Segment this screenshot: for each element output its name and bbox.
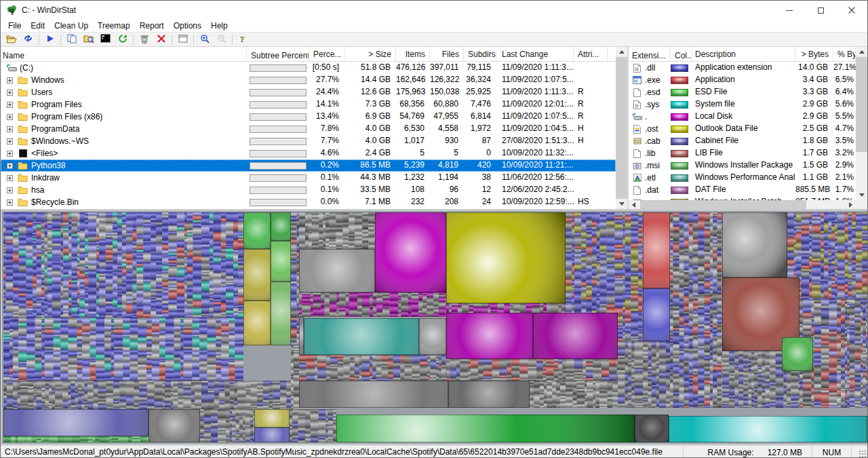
directory-vertical-scrollbar[interactable] xyxy=(616,47,627,209)
refresh-all-button[interactable] xyxy=(20,33,37,46)
ext-description: System file xyxy=(692,98,795,111)
scroll-up-icon[interactable] xyxy=(856,47,867,57)
column-header-items[interactable]: Items xyxy=(396,47,430,61)
dir-name-label: Users xyxy=(31,87,52,98)
ext-percent: 27.1% xyxy=(833,62,856,74)
scroll-right-icon[interactable] xyxy=(846,200,856,209)
scroll-thumb[interactable] xyxy=(616,57,627,199)
table-row[interactable]: Inkdraw0.1%44.3 MB1,2321,1943811/06/2020… xyxy=(1,172,616,184)
table-row[interactable]: hsa0.1%33.5 MB108961212/06/2020 2:45:2..… xyxy=(1,184,616,196)
menu-item-file[interactable]: File xyxy=(3,20,26,31)
resume-button[interactable] xyxy=(41,33,58,46)
help-button[interactable]: ? xyxy=(235,33,252,46)
menu-item-report[interactable]: Report xyxy=(135,20,169,31)
folder-icon xyxy=(17,137,28,145)
table-row[interactable]: .etlWindows Performance Anal...1.1 GB2.1… xyxy=(629,172,856,184)
table-row[interactable]: .exeApplication3.4 GB6.5% xyxy=(629,74,856,86)
table-row[interactable]: .dllApplication extension14.0 GB27.1% xyxy=(629,62,856,74)
table-row[interactable]: Users24.4%12.6 GB175,963150,03825,92511/… xyxy=(1,86,616,98)
column-header-attributes[interactable]: Attri... xyxy=(574,47,608,61)
column-header-files[interactable]: Files xyxy=(430,47,464,61)
menu-item-clean-up[interactable]: Clean Up xyxy=(50,20,93,31)
table-row[interactable]: Windows27.7%14.4 GB162,646126,32236,3241… xyxy=(1,74,616,86)
table-row[interactable]: Python380.2%86.5 MB5,2394,81942010/09/20… xyxy=(1,159,616,172)
expand-toggle-icon[interactable] xyxy=(7,175,13,181)
copy-button[interactable] xyxy=(63,33,80,46)
menu-item-treemap[interactable]: Treemap xyxy=(93,20,135,31)
scroll-thumb[interactable] xyxy=(640,200,806,209)
ext-percent: 6.5% xyxy=(833,74,856,86)
scroll-thumb[interactable] xyxy=(856,57,867,152)
column-header-last-change[interactable]: Last Change xyxy=(496,47,574,61)
scroll-down-icon[interactable] xyxy=(616,199,627,209)
column-header-size[interactable]: > Size xyxy=(344,47,396,61)
column-header-extension[interactable]: Extensi... xyxy=(629,47,671,61)
table-row[interactable]: Program Files14.1%7.3 GB68,35660,8807,47… xyxy=(1,98,616,111)
column-header-name[interactable]: Name xyxy=(1,47,247,61)
scroll-down-icon[interactable] xyxy=(856,190,867,200)
expand-toggle-icon[interactable] xyxy=(7,90,13,96)
dir-name-label: $Recycle.Bin xyxy=(31,197,79,208)
column-header-color[interactable]: Col... xyxy=(671,47,692,61)
ext-bytes: 1.7 GB xyxy=(795,147,833,159)
dir-subdirs: 87 xyxy=(464,135,496,147)
close-button[interactable] xyxy=(836,1,867,20)
table-row[interactable]: (C:)[0:50 s]51.8 GB476,126397,01179,1151… xyxy=(1,62,616,74)
table-row[interactable]: Program Files (x86)13.4%6.9 GB54,76947,9… xyxy=(1,111,616,123)
scroll-left-icon[interactable] xyxy=(629,200,639,209)
expand-toggle-icon[interactable] xyxy=(7,77,13,83)
table-row[interactable]: .libLIB File1.7 GB3.2% xyxy=(629,147,856,159)
column-header-description[interactable]: Description xyxy=(692,47,795,61)
resize-grip[interactable] xyxy=(851,446,867,458)
extension-vertical-scrollbar[interactable] xyxy=(856,47,867,200)
table-row[interactable]: .sysSystem file2.9 GB5.6% xyxy=(629,98,856,111)
column-header-percent-bytes[interactable]: % By.. xyxy=(833,47,856,61)
expand-toggle-icon[interactable] xyxy=(7,151,13,157)
dir-files: 397,011 xyxy=(430,62,464,74)
toolbar-separator xyxy=(133,35,134,45)
treemap[interactable] xyxy=(2,211,867,444)
expand-toggle-icon[interactable] xyxy=(7,199,13,206)
zoom-out-button[interactable] xyxy=(213,33,230,46)
table-row[interactable]: ProgramData7.8%4.0 GB6,5304,5581,97211/0… xyxy=(1,123,616,135)
table-row[interactable]: .msiWindows Installer Package1.5 GB2.9% xyxy=(629,159,856,172)
minimize-button[interactable] xyxy=(774,1,805,20)
table-row[interactable]: .Local Disk2.9 GB5.5% xyxy=(629,111,856,123)
open-button[interactable] xyxy=(3,33,20,46)
recycle-bin-button[interactable] xyxy=(136,33,153,46)
zoom-in-button[interactable] xyxy=(196,33,213,46)
expand-toggle-icon[interactable] xyxy=(7,114,13,120)
ext-label: .ost xyxy=(645,123,658,135)
delete-button[interactable] xyxy=(153,33,170,46)
table-row[interactable]: <Files>4.6%2.4 GB55010/09/2020 11:32:... xyxy=(1,147,616,159)
table-row[interactable]: .ostOutlook Data File2.5 GB4.7% xyxy=(629,123,856,135)
ext-label: .cab xyxy=(645,136,660,147)
new-view-button[interactable] xyxy=(174,33,191,46)
maximize-button[interactable] xyxy=(805,1,836,20)
menu-item-help[interactable]: Help xyxy=(206,20,233,31)
table-row[interactable]: $Recycle.Bin0.0%7.1 MB2322082410/09/2020… xyxy=(1,196,616,208)
ext-label: .esd xyxy=(645,87,660,98)
column-header-subdirs[interactable]: Subdirs xyxy=(464,47,496,61)
dir-size: 6.9 GB xyxy=(344,111,396,123)
command-prompt-button[interactable] xyxy=(97,33,114,46)
column-header-bytes[interactable]: > Bytes xyxy=(795,47,833,61)
table-row[interactable]: $Windows.~WS7.7%4.0 GB1,0179308727/08/20… xyxy=(1,135,616,147)
extension-horizontal-scrollbar[interactable] xyxy=(629,200,856,209)
column-header-percentage[interactable]: Perce... xyxy=(309,47,344,61)
expand-toggle-icon[interactable] xyxy=(7,138,13,145)
expand-toggle-icon[interactable] xyxy=(7,126,13,132)
expand-toggle-icon[interactable] xyxy=(7,187,13,193)
column-header-subtree-percentage[interactable]: Subtree Percent... xyxy=(247,47,309,61)
expand-toggle-icon[interactable] xyxy=(7,102,13,108)
menu-item-options[interactable]: Options xyxy=(169,20,206,31)
table-row[interactable]: .cabCabinet File1.8 GB3.5% xyxy=(629,135,856,147)
refresh-button[interactable] xyxy=(114,33,131,46)
open-items-button[interactable] xyxy=(80,33,97,46)
table-row[interactable]: .datDAT File885.5 MB1.7% xyxy=(629,184,856,196)
expand-toggle-icon[interactable] xyxy=(7,163,13,169)
menu-item-edit[interactable]: Edit xyxy=(26,20,50,31)
dir-files: 4,819 xyxy=(430,159,464,172)
scroll-up-icon[interactable] xyxy=(616,47,627,57)
table-row[interactable]: .esdESD File3.3 GB6.4% xyxy=(629,86,856,98)
